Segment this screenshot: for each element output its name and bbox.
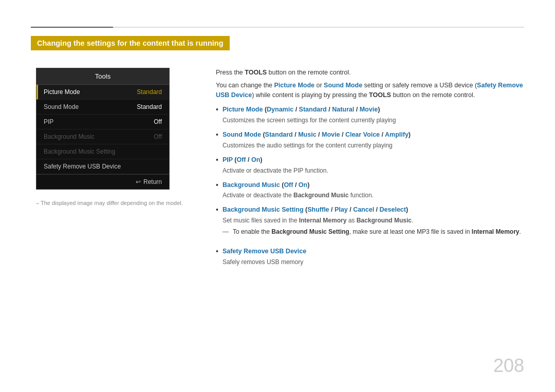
bullet-content-picture-mode: Picture Mode (Dynamic / Standard / Natur… <box>223 105 524 125</box>
page-title: Changing the settings for the content th… <box>31 36 230 50</box>
bullet-desc-bg-music-setting: Set music files saved in the Internal Me… <box>223 216 524 225</box>
note-line: — To enable the Background Music Setting… <box>223 227 524 236</box>
bullet-desc-pip: Activate or deactivate the PIP function. <box>223 166 524 175</box>
bullet-dot-4: • <box>216 180 218 191</box>
picture-mode-link: Picture Mode <box>274 82 315 89</box>
return-arrow-icon: ↩ <box>136 178 141 185</box>
bullet-dot-6: • <box>216 246 218 257</box>
tools-keyword-2: TOOLS <box>369 91 391 99</box>
tools-item-picture-mode-label: Picture Mode <box>44 88 80 96</box>
right-section: Press the TOOLS button on the remote con… <box>216 68 524 272</box>
bullet-desc-safety-remove: Safely removes USB memory <box>223 257 524 267</box>
intro-line2: You can change the Picture Mode or Sound… <box>216 81 524 100</box>
bullet-title-bg-music: Background Music (Off / On) <box>223 180 524 190</box>
bullet-title-pip: PIP (Off / On) <box>223 155 524 165</box>
bullet-title-picture-mode: Picture Mode (Dynamic / Standard / Natur… <box>223 105 524 115</box>
bullet-list: • Picture Mode (Dynamic / Standard / Nat… <box>216 105 524 267</box>
bullet-dot-3: • <box>216 155 218 165</box>
bullet-content-bg-music: Background Music (Off / On) Activate or … <box>223 180 524 200</box>
tools-item-sound-mode-value: Standard <box>137 103 162 110</box>
intro-line1: Press the TOOLS button on the remote con… <box>216 68 524 78</box>
bullet-title-bg-music-setting: Background Music Setting (Shuffle / Play… <box>223 205 524 215</box>
sound-mode-link: Sound Mode <box>324 82 362 89</box>
footnote-dash: – <box>36 200 41 206</box>
bullet-dot-2: • <box>216 129 218 140</box>
bullet-dot-5: • <box>216 204 218 215</box>
tools-item-bg-music: Background Music Off <box>36 129 169 144</box>
bullet-sound-mode: • Sound Mode (Standard / Music / Movie /… <box>216 130 524 150</box>
bullet-desc-picture-mode: Customizes the screen settings for the c… <box>223 116 524 125</box>
bullet-content-safety-remove: Safety Remove USB Device Safely removes … <box>223 247 524 267</box>
footnote: – The displayed image may differ dependi… <box>31 200 195 206</box>
bullet-title-safety-remove: Safety Remove USB Device <box>223 247 524 256</box>
return-label: Return <box>143 178 162 185</box>
bullet-bg-music: • Background Music (Off / On) Activate o… <box>216 180 524 200</box>
bullet-content-sound-mode: Sound Mode (Standard / Music / Movie / C… <box>223 130 524 150</box>
tools-item-sound-mode-label: Sound Mode <box>44 103 79 110</box>
tools-item-pip[interactable]: PIP Off <box>36 115 169 129</box>
tools-item-picture-mode[interactable]: Picture Mode Standard <box>36 85 169 100</box>
bullet-safety-remove: • Safety Remove USB Device Safely remove… <box>216 247 524 267</box>
tools-item-pip-label: PIP <box>44 118 53 125</box>
tools-dialog: Tools Picture Mode Standard Sound Mode S… <box>36 68 170 190</box>
footnote-text: The displayed image may differ depending… <box>41 200 183 206</box>
tools-dialog-title: Tools <box>36 68 169 85</box>
bullet-content-pip: PIP (Off / On) Activate or deactivate th… <box>223 155 524 175</box>
bullet-content-bg-music-setting: Background Music Setting (Shuffle / Play… <box>223 205 524 241</box>
tools-keyword-1: TOOLS <box>245 69 267 76</box>
bullet-desc-bg-music: Activate or deactivate the Background Mu… <box>223 191 524 200</box>
tools-item-sound-mode[interactable]: Sound Mode Standard <box>36 100 169 115</box>
page-number: 208 <box>493 355 524 377</box>
top-decorative-line <box>31 27 524 28</box>
bullet-title-sound-mode: Sound Mode (Standard / Music / Movie / C… <box>223 130 524 140</box>
tools-item-pip-value: Off <box>154 118 162 125</box>
tools-footer: ↩ Return <box>36 174 169 189</box>
note-text: To enable the Background Music Setting, … <box>233 227 521 236</box>
tools-item-picture-mode-value: Standard <box>137 88 162 96</box>
tools-item-bg-music-value: Off <box>154 133 162 140</box>
note-dash: — <box>223 227 229 236</box>
left-section: Tools Picture Mode Standard Sound Mode S… <box>31 68 195 272</box>
bullet-pip: • PIP (Off / On) Activate or deactivate … <box>216 155 524 175</box>
bullet-picture-mode: • Picture Mode (Dynamic / Standard / Nat… <box>216 105 524 125</box>
tools-item-safety-remove[interactable]: Safety Remove USB Device <box>36 159 169 174</box>
tools-item-bg-music-setting: Background Music Setting <box>36 144 169 159</box>
intro-text: Press the TOOLS button on the remote con… <box>216 68 524 100</box>
tools-item-bg-music-setting-label: Background Music Setting <box>44 148 115 155</box>
bullet-dot-1: • <box>216 104 218 115</box>
bullet-bg-music-setting: • Background Music Setting (Shuffle / Pl… <box>216 205 524 241</box>
tools-return[interactable]: ↩ Return <box>136 178 162 185</box>
bullet-desc-sound-mode: Customizes the audio settings for the co… <box>223 141 524 150</box>
tools-item-bg-music-label: Background Music <box>44 133 95 140</box>
tools-item-safety-remove-label: Safety Remove USB Device <box>44 163 121 170</box>
